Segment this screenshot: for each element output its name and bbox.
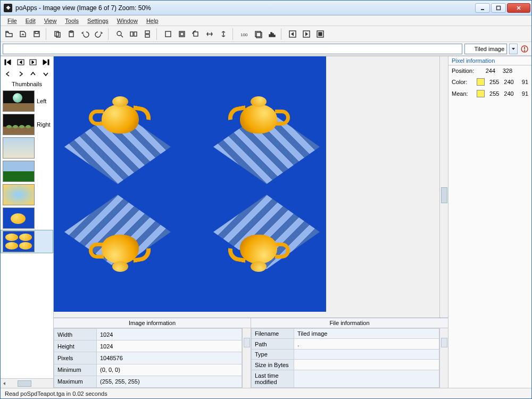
paste-button[interactable] <box>65 28 78 40</box>
svg-rect-23 <box>269 35 270 37</box>
table-row: Height1024 <box>54 340 242 352</box>
flip-v-button[interactable] <box>217 28 230 40</box>
thumbnail-item[interactable] <box>1 230 53 253</box>
undo-button[interactable] <box>79 28 92 40</box>
flip-h-button[interactable] <box>203 28 216 40</box>
svg-rect-16 <box>165 31 171 37</box>
address-input[interactable] <box>3 44 462 54</box>
histogram-button[interactable] <box>265 28 278 40</box>
rotate-button[interactable] <box>189 28 202 40</box>
svg-rect-12 <box>130 32 133 36</box>
split-v-button[interactable] <box>141 28 154 40</box>
rect-select-button[interactable] <box>162 28 174 40</box>
pixel-color-swatch <box>477 78 485 86</box>
thumbnail-item[interactable]: Right <box>1 113 53 136</box>
view-mode-input[interactable] <box>464 44 507 54</box>
redo-button[interactable] <box>93 28 105 40</box>
crop-button[interactable] <box>176 28 188 40</box>
arrow-left-button[interactable] <box>3 69 13 79</box>
thumbnail-item[interactable] <box>1 136 53 160</box>
sidebar: Thumbnails LeftRight <box>1 56 54 388</box>
pixel-mean-g: 240 <box>502 90 513 97</box>
svg-point-33 <box>524 50 525 51</box>
svg-rect-19 <box>194 32 198 36</box>
thumbnail-item[interactable] <box>1 183 53 206</box>
arrow-up-button[interactable] <box>28 69 38 79</box>
pixel-position-x: 244 <box>481 68 495 74</box>
prev-image-button[interactable] <box>286 28 299 40</box>
menu-window[interactable]: Window <box>113 16 142 25</box>
table-row: Type <box>252 349 439 359</box>
toolbar: 100 <box>1 26 531 42</box>
pixel-info-panel: Pixel information Position: 244 328 Colo… <box>448 56 531 388</box>
nav-next-button[interactable] <box>28 57 38 67</box>
canvas-vscrollbar[interactable] <box>439 56 448 318</box>
menu-settings[interactable]: Settings <box>84 16 112 25</box>
thumbnails-title: Thumbnails <box>1 80 53 88</box>
nav-prev-button[interactable] <box>15 57 26 67</box>
svg-rect-30 <box>319 32 322 36</box>
image-info-header: Image information <box>54 318 251 328</box>
thumbnail-item[interactable] <box>1 206 53 230</box>
menu-view[interactable]: View <box>40 16 61 25</box>
svg-rect-26 <box>274 35 275 37</box>
svg-rect-34 <box>5 60 6 65</box>
arrow-down-button[interactable] <box>40 69 51 79</box>
thumbnails-list: LeftRight <box>1 88 53 378</box>
address-row <box>1 42 531 56</box>
thumbnail-label: Left <box>37 98 46 104</box>
pixel-mean-b: 91 <box>517 90 528 97</box>
open-button[interactable] <box>3 28 15 40</box>
menu-tools[interactable]: Tools <box>61 16 82 25</box>
table-row: Pixels1048576 <box>54 352 242 364</box>
menu-help[interactable]: Help <box>143 16 162 25</box>
table-row: Size in Bytes <box>252 360 439 370</box>
nav-last-button[interactable] <box>40 57 51 67</box>
svg-rect-1 <box>497 6 501 10</box>
svg-rect-25 <box>272 34 273 37</box>
split-h-button[interactable] <box>127 28 140 40</box>
file-info-table: FilenameTiled imagePath.TypeSize in Byte… <box>251 328 439 388</box>
pixel-color-label: Color: <box>452 79 473 85</box>
app-icon: ❖ <box>4 4 12 12</box>
alert-icon[interactable] <box>520 44 529 54</box>
zoom-fit-button[interactable] <box>113 28 126 40</box>
next-image-button[interactable] <box>300 28 313 40</box>
arrow-right-button[interactable] <box>15 69 26 79</box>
svg-rect-24 <box>271 32 272 37</box>
pixel-position-label: Position: <box>452 68 478 74</box>
menu-edit[interactable]: Edit <box>22 16 39 25</box>
image-info-table: Width1024Height1024Pixels1048576Minimum(… <box>54 328 242 388</box>
table-row: Path. <box>252 339 439 349</box>
stop-button[interactable] <box>314 28 327 40</box>
thumbnail-item[interactable] <box>1 160 53 183</box>
layers-button[interactable] <box>252 28 264 40</box>
svg-point-10 <box>117 31 121 36</box>
table-row: Last time modified <box>252 370 439 387</box>
window-close-button[interactable] <box>507 3 530 13</box>
thumbnail-label: Right <box>37 121 51 128</box>
file-info-scrollbar[interactable] <box>439 328 448 388</box>
window-title: poApps - Image view (Image 6 of 7) Zoom:… <box>15 4 151 12</box>
image-canvas[interactable] <box>54 56 439 318</box>
window-maximize-button[interactable] <box>491 3 506 13</box>
recent-button[interactable] <box>16 28 29 40</box>
view-mode-dropdown-button[interactable] <box>509 44 518 54</box>
status-text: Read poSpdTeapot.tga in 0.02 seconds <box>5 390 107 397</box>
counter-button[interactable]: 100 <box>238 28 251 40</box>
copy-button[interactable] <box>51 28 64 40</box>
pixel-color-g: 240 <box>502 79 513 85</box>
menu-file[interactable]: File <box>4 16 21 25</box>
svg-rect-18 <box>180 32 184 36</box>
file-info-header: File information <box>251 318 448 328</box>
menubar: File Edit View Tools Settings Window Hel… <box>1 15 531 26</box>
pixel-position-y: 328 <box>498 68 512 74</box>
nav-first-button[interactable] <box>3 57 13 67</box>
image-info-scrollbar[interactable] <box>242 328 251 388</box>
save-button[interactable] <box>30 28 43 40</box>
sidebar-hscrollbar[interactable] <box>1 378 53 388</box>
window-minimize-button[interactable] <box>475 3 490 13</box>
svg-rect-15 <box>145 35 149 37</box>
table-row: Minimum(0, 0, 0) <box>54 364 242 376</box>
thumbnail-item[interactable]: Left <box>1 89 53 113</box>
